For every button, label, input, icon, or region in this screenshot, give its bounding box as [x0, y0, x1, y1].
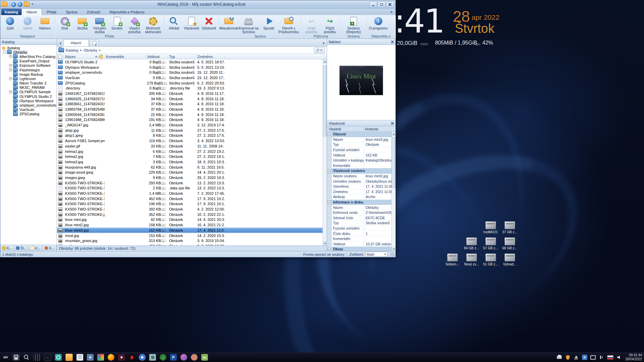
property-row[interactable]: Sériové číslo E67C-9CDE: [327, 216, 391, 221]
audio-player-icon[interactable]: [160, 354, 166, 361]
scroll-up-icon[interactable]: [392, 132, 395, 136]
property-row[interactable]: Změněno 17. 4. 2021 11:08...: [327, 189, 391, 195]
file-row[interactable]: linux mint.jpg 82 KB□□ Obrázek 14. 4. 20…: [57, 217, 323, 223]
file-row[interactable]: helma1.jpg 6 KB□□ Obrázek 27. 2. 2022 19…: [57, 149, 323, 154]
file-row[interactable]: KX500-TWO-STROKE.jpg 352 KB□□ Obrázek 10…: [57, 212, 323, 217]
file-row[interactable]: linux mint2.jpg 158 KB□□ Obrázek 16. 4. …: [57, 222, 323, 228]
view-options-button[interactable]: [314, 47, 325, 53]
desktop-drive-icon[interactable]: 84 GB z...: [462, 237, 481, 250]
file-row[interactable]: KX500-TWO-STROKE-1244... 392 KB□□ Obráze…: [57, 206, 323, 212]
volume-icon[interactable]: [616, 355, 622, 360]
zoom-select[interactable]: Malé: [365, 252, 387, 257]
column-header-type[interactable]: Typ: [168, 54, 196, 59]
property-row[interactable]: Informace o disku: [327, 200, 391, 205]
property-row[interactable]: Číslo disku 1: [327, 231, 391, 236]
property-row[interactable]: Vlastnosti souboru: [327, 168, 391, 174]
writer-icon[interactable]: [170, 354, 177, 361]
new-tab-button[interactable]: [90, 40, 99, 46]
ribbon-button[interactable]: Sestavy (Reporty): [342, 16, 366, 34]
scroll-up-icon[interactable]: [323, 59, 327, 63]
tree-expander-icon[interactable]: [9, 82, 12, 85]
property-row[interactable]: Název linux mint3.jpg: [327, 137, 391, 142]
file-row[interactable]: images.jpeg 9 KB□□ Obrázek 29. 2. 2020 1…: [57, 175, 323, 180]
file-row[interactable]: ZPSCatalog 179 Bajtů□□ Složka souborů 6.…: [57, 80, 323, 86]
panel-tab[interactable]: Št...: [14, 245, 29, 251]
column-filter-gear-icon[interactable]: [99, 55, 103, 59]
bluetooth-icon[interactable]: [582, 355, 587, 360]
title-bar[interactable]: ‹ › WinCatalog 2019 - Můj soubor WinCata…: [0, 0, 395, 9]
column-header-icon[interactable]: [57, 54, 64, 59]
tree-expander-icon[interactable]: [9, 104, 12, 107]
eject-icon[interactable]: [574, 355, 579, 360]
file-row[interactable]: 13900594_114768243530... 22 KB□□ Obrázek…: [57, 112, 323, 117]
ribbon-button[interactable]: Otevřít v Průzkumníku: [277, 16, 300, 34]
ribbon-button[interactable]: Hledat: [165, 16, 183, 34]
slovak-flag-icon[interactable]: [607, 355, 613, 360]
column-header-size[interactable]: Velikost: [146, 54, 168, 59]
ribbon-button[interactable]: Vrátit položku: [302, 16, 321, 34]
file-manager-icon[interactable]: [65, 354, 73, 361]
tree-item[interactable]: ZPSCatalog: [0, 112, 57, 116]
tree-expander-icon[interactable]: [9, 60, 12, 63]
printer-icon[interactable]: [557, 355, 562, 360]
ribbon-tab[interactable]: Přidat: [42, 9, 61, 15]
ribbon-button[interactable]: Nahoru: [36, 16, 54, 34]
properties-column-owner[interactable]: Vlastník: [327, 126, 364, 131]
tree-item[interactable]: EasePaint_Output: [0, 59, 57, 63]
breadcrumb-arrow-icon[interactable]: [80, 49, 82, 51]
column-header-modified[interactable]: Změněno: [196, 54, 225, 59]
file-row[interactable]: 13883661_114768243197... 37 KB□□ Obrázek…: [57, 102, 323, 107]
taskbar-clock[interactable]: 09:41:44 28/04/2022: [625, 353, 642, 362]
paint-icon[interactable]: [191, 354, 198, 361]
breadcrumb-segment[interactable]: Obrázky: [84, 48, 97, 52]
tree-item[interactable]: OLYMPUS Studio 2: [0, 94, 57, 99]
package-installer-icon[interactable]: [149, 354, 156, 361]
property-row[interactable]: Typ Složka souborů: [327, 221, 391, 226]
ribbon-button[interactable]: Zpět: [1, 16, 19, 34]
property-row[interactable]: Název souboru linux mint3.jpg: [327, 174, 391, 179]
desktop-drive-icon[interactable]: Vyhrad...: [500, 253, 519, 266]
media-player-icon[interactable]: [118, 354, 125, 361]
file-row[interactable]: Husqvarna 449.jpg 62 KB□□ Obrázek 9. 11.…: [57, 165, 323, 170]
property-row[interactable]: Atributy Archiv: [327, 194, 391, 200]
minimize-button[interactable]: [369, 1, 377, 8]
file-row[interactable]: 13901988_114768248863... 191 KB□□ Obráze…: [57, 117, 323, 123]
app-menu-button[interactable]: Katalog: [1, 9, 21, 15]
tree-item[interactable]: Olympus Workspace: [0, 99, 57, 103]
property-row[interactable]: Velikost 10,37 GB volných ...: [327, 241, 391, 247]
firefox-icon[interactable]: [108, 354, 114, 361]
tab-scroll-left-icon[interactable]: [58, 41, 62, 46]
network-icon[interactable]: [599, 355, 604, 360]
breadcrumb-segment[interactable]: Katalog: [66, 48, 78, 52]
panel-tab[interactable]: U...: [29, 245, 43, 251]
file-row[interactable]: KX500-TWO-STROKE-1241... 452 KB□□ Obráze…: [57, 196, 323, 201]
desktop-drive-icon[interactable]: 57 GB z...: [481, 237, 500, 250]
ribbon-button[interactable]: Odstranit: [200, 16, 218, 34]
display-icon[interactable]: [590, 355, 596, 360]
file-row[interactable]: image-asset.jpeg 229 KB□□ Obrázek 14. 4.…: [57, 170, 323, 175]
scroll-down-icon[interactable]: [392, 247, 395, 251]
screenshot-icon[interactable]: [55, 354, 62, 361]
tree-expander-icon[interactable]: +: [9, 64, 12, 67]
ribbon-button[interactable]: Vlastní položka: [126, 16, 143, 34]
tree-item[interactable]: + Lightroom: [0, 76, 57, 81]
property-row[interactable]: Velikost 152 KB: [327, 153, 391, 158]
file-row[interactable]: helma3.jpg 3 KB□□ Obrázek 18. 5. 2021 10…: [57, 159, 323, 165]
tree-expander-icon[interactable]: [9, 99, 12, 102]
panel-tab[interactable]: K...: [0, 245, 14, 251]
column-header-comments[interactable]: Komentáře: [105, 54, 146, 59]
property-row[interactable]: Umístění souboru Obrázky\linux min...: [327, 179, 391, 184]
file-row[interactable]: alojz.jpg 11 KB□□ Obrázek 27. 2. 2022 17…: [57, 128, 323, 133]
ribbon-button[interactable]: Spustit: [260, 16, 277, 34]
chromium-icon[interactable]: [139, 354, 146, 361]
close-button[interactable]: [386, 1, 394, 8]
tree-expander-icon[interactable]: -: [3, 51, 6, 54]
tree-item[interactable]: + OLYMPUS Sample: [0, 90, 57, 94]
list-scrollbar[interactable]: [323, 59, 327, 245]
file-row[interactable]: helma2.jpg 7 KB□□ Obrázek 27. 2. 2022 19…: [57, 154, 323, 159]
ribbon-button[interactable]: Aktualizovat: [220, 16, 237, 34]
property-row[interactable]: Název Obrázky: [327, 205, 391, 210]
ribbon-tab[interactable]: Zobrazit: [82, 9, 105, 15]
desktop-drive-icon[interactable]: 68 GB z...: [500, 237, 519, 250]
quick-back-icon[interactable]: ‹: [11, 2, 16, 7]
